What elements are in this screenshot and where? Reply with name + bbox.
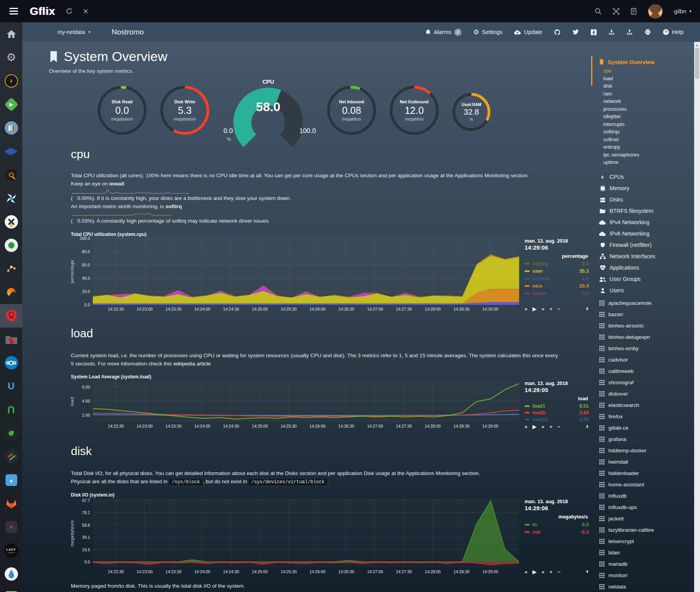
nav-app-chronograf[interactable]: chronograf bbox=[591, 377, 694, 388]
nav-app-diskover[interactable]: diskover bbox=[591, 388, 694, 399]
nav-subitem-disk[interactable]: disk bbox=[591, 82, 694, 90]
sidebar-app-graph[interactable] bbox=[0, 257, 22, 281]
toolbox-play-icon[interactable]: ▶ bbox=[532, 569, 536, 574]
chart-plot-area[interactable] bbox=[93, 499, 519, 567]
help-button[interactable]: ? Help bbox=[663, 29, 684, 35]
sidebar-app-transmission[interactable]: ▼ bbox=[0, 515, 22, 539]
nav-app-letsencrypt[interactable]: letsencrypt bbox=[591, 536, 694, 547]
nav-subitem-interrupts[interactable]: interrupts bbox=[591, 121, 694, 128]
toolbox-zoom-in-icon[interactable]: + bbox=[549, 569, 552, 574]
nav-app-cadvisor[interactable]: cadvisor bbox=[591, 354, 694, 365]
legend-item-load5[interactable]: load52.68 bbox=[525, 410, 589, 416]
sidebar-app-plex[interactable]: › bbox=[0, 69, 22, 93]
gauge-net-inbound[interactable]: Net Inbound0.08megabits/s bbox=[325, 84, 378, 137]
nav-app-hiddenloader[interactable]: hiddenloader bbox=[591, 468, 694, 479]
user-menu[interactable]: gilbn▼ bbox=[674, 8, 692, 14]
sidebar-app-sabnzbd[interactable]: sab bbox=[0, 586, 22, 592]
chart-resize-handle[interactable]: ▲▼ bbox=[586, 570, 589, 574]
nav-section-memory[interactable]: Memory bbox=[591, 183, 694, 194]
toolbox-play-icon[interactable]: ▶ bbox=[532, 424, 536, 429]
nav-app-influxdb-ups[interactable]: influxdb-ups bbox=[591, 502, 694, 513]
gauge-net-outbound[interactable]: Net Outbound12.0megabits/s bbox=[388, 84, 440, 137]
legend-item-in[interactable]: in0.0 bbox=[525, 521, 589, 528]
toolbox-pan-left-icon[interactable]: « bbox=[525, 569, 527, 574]
twitter-icon[interactable] bbox=[572, 29, 579, 35]
sidebar-app-jackett[interactable] bbox=[0, 163, 22, 187]
nav-app-binhex-delugevpn[interactable]: binhex-delugevpn bbox=[591, 331, 694, 343]
facebook-icon[interactable] bbox=[591, 29, 597, 35]
nav-section-btrfs-filesystem[interactable]: BTRFS filesystem bbox=[591, 205, 694, 217]
nav-subitem-entropy[interactable]: entropy bbox=[591, 143, 694, 151]
nav-section-system-overview[interactable]: System Overview bbox=[591, 58, 694, 67]
nav-app-binhex-airsonic[interactable]: binhex-airsonic bbox=[591, 320, 694, 331]
sidebar-app-shield[interactable] bbox=[0, 304, 22, 327]
sidebar-app-monitor-bars[interactable] bbox=[0, 445, 22, 468]
sidebar-app-media-center[interactable] bbox=[0, 210, 22, 234]
sidebar-app-downloads-folder[interactable] bbox=[0, 327, 22, 351]
sidebar-app-ubooquity[interactable]: U bbox=[0, 374, 22, 398]
sidebar-app-home[interactable] bbox=[0, 22, 22, 46]
legend-item-iowait[interactable]: iowait0.0 bbox=[525, 290, 589, 297]
search-icon[interactable] bbox=[595, 8, 602, 15]
chart-plot-area[interactable] bbox=[93, 381, 519, 422]
nav-subitem-processes[interactable]: processes bbox=[591, 105, 694, 113]
toolbox-zoom-out-icon[interactable]: − bbox=[557, 424, 561, 429]
nav-app-netdata[interactable]: netdata bbox=[591, 581, 694, 592]
close-tab-icon[interactable]: × bbox=[83, 7, 88, 16]
nav-app-apacheguacamole[interactable]: apacheguacamole bbox=[591, 297, 694, 309]
fullscreen-icon[interactable] bbox=[613, 8, 620, 15]
toolbox-play-icon[interactable]: ▶ bbox=[532, 306, 536, 311]
changelog-icon[interactable] bbox=[631, 8, 637, 15]
app-logo[interactable]: Gflix bbox=[30, 5, 55, 18]
refresh-icon[interactable] bbox=[65, 7, 73, 15]
scrollbar-up-arrow[interactable]: ▲ bbox=[694, 42, 700, 48]
legend-item-load15[interactable]: load152.06 bbox=[525, 416, 589, 423]
toolbox-pan-left-icon[interactable]: « bbox=[525, 424, 527, 429]
legend-item-softirq[interactable]: softirq0.0 bbox=[525, 260, 589, 268]
nav-section-applications[interactable]: Applications bbox=[591, 262, 694, 274]
sidebar-app-nextcloud[interactable] bbox=[0, 351, 22, 374]
alarms-button[interactable]: Alarms 2 bbox=[425, 29, 462, 36]
sidebar-app-flood[interactable]: ▲ bbox=[0, 468, 22, 492]
sidebar-app-gitlab[interactable] bbox=[0, 492, 22, 515]
user-avatar[interactable] bbox=[648, 4, 663, 19]
nav-subitem-softnet[interactable]: softnet bbox=[591, 136, 694, 144]
sidebar-app-lazylibrarian[interactable]: LAZYlibrarian bbox=[0, 539, 22, 562]
wikipedia-link[interactable]: wikipedia article bbox=[173, 361, 211, 367]
hamburger-menu-icon[interactable] bbox=[8, 5, 20, 17]
toolbox-zoom-out-icon[interactable]: − bbox=[557, 306, 561, 311]
upload-icon[interactable] bbox=[626, 29, 633, 35]
toolbox-pan-right-icon[interactable]: » bbox=[541, 306, 544, 311]
nav-subitem-idlejitter[interactable]: idlejitter bbox=[591, 113, 694, 121]
sidebar-app-deluge[interactable] bbox=[0, 234, 22, 257]
gauge-used-ram[interactable]: Used RAM32.8% bbox=[451, 91, 492, 133]
nav-app-jackett[interactable]: jackett bbox=[591, 513, 694, 524]
toolbox-pan-left-icon[interactable]: « bbox=[525, 306, 527, 311]
nav-app-grafana[interactable]: grafana bbox=[591, 434, 694, 445]
page-scrollbar[interactable]: ▲ bbox=[694, 42, 700, 592]
sidebar-app-airsonic[interactable] bbox=[0, 140, 22, 163]
nav-section-user-groups[interactable]: User Groups bbox=[591, 274, 694, 285]
settings-button[interactable]: ⚙ Settings bbox=[473, 29, 503, 36]
legend-item-nice[interactable]: nice20.4 bbox=[525, 283, 589, 290]
nav-subitem-ipc-semaphores[interactable]: ipc semaphores bbox=[591, 151, 694, 159]
nav-section-users[interactable]: Users bbox=[591, 285, 694, 296]
nav-app-influxdb[interactable]: influxdb bbox=[591, 490, 694, 502]
nav-subitem-cpu[interactable]: cpu bbox=[591, 67, 694, 75]
sidebar-app-settings[interactable]: ⚙ bbox=[0, 46, 22, 69]
gauge-disk-write[interactable]: Disk Write5.3megabytes/s bbox=[159, 84, 211, 137]
chart-resize-handle[interactable]: ▲▼ bbox=[586, 307, 589, 311]
sidebar-app-emby[interactable]: ▶ bbox=[0, 93, 22, 116]
gauge-cpu[interactable]: CPU58.00.0100.0% bbox=[221, 79, 315, 145]
toolbox-pan-right-icon[interactable]: » bbox=[541, 569, 544, 574]
nav-app-home-assistant[interactable]: home-assistant bbox=[591, 479, 694, 490]
nav-subitem-uptime[interactable]: uptime bbox=[591, 158, 694, 166]
nav-app-monitorr[interactable]: monitorr bbox=[591, 570, 694, 581]
print-icon[interactable] bbox=[644, 29, 651, 35]
nav-section-network-interfaces[interactable]: Network Interfaces bbox=[591, 251, 694, 262]
chart-resize-handle[interactable]: ▲▼ bbox=[586, 425, 589, 428]
nav-subitem-softirqs[interactable]: softirqs bbox=[591, 128, 694, 136]
legend-item-system[interactable]: system2.3 bbox=[525, 275, 589, 283]
download-icon[interactable] bbox=[608, 29, 615, 35]
sidebar-app-grafana[interactable] bbox=[0, 281, 22, 304]
